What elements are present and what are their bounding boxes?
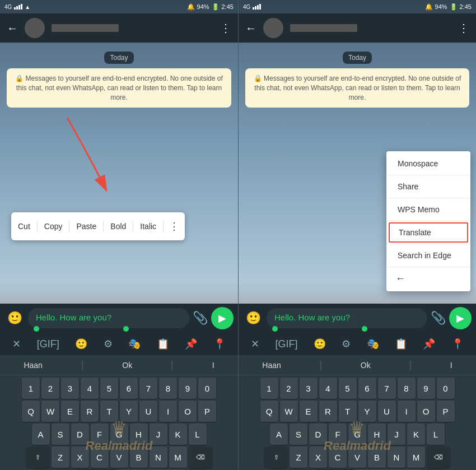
kb-location-icon[interactable]: 📍: [211, 336, 228, 352]
key-5[interactable]: 5: [100, 378, 118, 399]
kb-settings-icon[interactable]: ⚙: [101, 336, 115, 352]
key-l[interactable]: L: [189, 424, 207, 445]
key-3[interactable]: 3: [61, 378, 79, 399]
bar2: [16, 6, 18, 10]
send-button-left[interactable]: ▶: [211, 307, 234, 329]
key-p-r[interactable]: P: [437, 401, 455, 422]
key-8[interactable]: 8: [159, 378, 177, 399]
toolbar-more-button[interactable]: ⋮: [164, 217, 185, 236]
key-shift[interactable]: ⇧: [26, 446, 50, 468]
suggestion-haan-right[interactable]: Haan: [253, 359, 290, 372]
key-p[interactable]: P: [198, 401, 216, 422]
key-w[interactable]: W: [41, 401, 59, 422]
battery-indicator: 🔋: [212, 3, 220, 11]
kb-location-right[interactable]: 📍: [449, 336, 466, 352]
more-button-right[interactable]: ⋮: [458, 21, 469, 35]
key-2[interactable]: 2: [41, 378, 59, 399]
key-a[interactable]: A: [32, 424, 50, 445]
key-4-r[interactable]: 4: [319, 378, 337, 399]
key-0-r[interactable]: 0: [437, 378, 455, 399]
key-i[interactable]: I: [159, 401, 177, 422]
key-s[interactable]: S: [52, 424, 69, 445]
emoji-button-right[interactable]: 🙂: [243, 308, 263, 328]
key-e-r[interactable]: E: [300, 401, 318, 422]
key-m-r[interactable]: M: [407, 446, 425, 468]
key-s-r[interactable]: S: [290, 424, 307, 445]
kb-gif-icon[interactable]: [GIF]: [35, 336, 62, 352]
back-button-left[interactable]: ←: [7, 22, 18, 35]
kb-sticker-right[interactable]: 🙂: [311, 336, 328, 352]
kb-close-right[interactable]: ✕: [249, 336, 262, 352]
context-item-share[interactable]: Share: [386, 176, 470, 197]
context-item-search-edge[interactable]: Search in Edge: [386, 245, 470, 266]
contact-avatar-right: [263, 18, 283, 38]
cut-button[interactable]: Cut: [11, 218, 37, 234]
send-button-right[interactable]: ▶: [449, 307, 472, 329]
suggestion-i[interactable]: I: [203, 359, 223, 372]
key-7[interactable]: 7: [139, 378, 157, 399]
key-o-r[interactable]: O: [417, 401, 435, 422]
suggestion-ok-right[interactable]: Ok: [352, 359, 380, 372]
key-0[interactable]: 0: [198, 378, 216, 399]
copy-button[interactable]: Copy: [38, 218, 69, 234]
suggestion-ok[interactable]: Ok: [113, 359, 141, 372]
key-8-r[interactable]: 8: [398, 378, 416, 399]
context-item-translate[interactable]: Translate: [389, 222, 468, 243]
kb-emoji2-right[interactable]: 🎭: [365, 336, 381, 352]
kb-sticker-icon[interactable]: 🙂: [73, 336, 90, 352]
encryption-message-left[interactable]: 🔒 Messages to yourself are end-to-end en…: [7, 68, 231, 108]
key-z-r[interactable]: Z: [290, 446, 307, 468]
bold-button[interactable]: Bold: [104, 218, 133, 234]
attach-button-left[interactable]: 📎: [193, 311, 208, 325]
emoji-button-left[interactable]: 🙂: [4, 308, 25, 328]
key-6[interactable]: 6: [120, 378, 138, 399]
suggestion-row-left: Haan | Ok | I: [0, 355, 238, 375]
context-item-wpsmemo[interactable]: WPS Memo: [386, 199, 470, 220]
key-4[interactable]: 4: [81, 378, 99, 399]
key-3-r[interactable]: 3: [300, 378, 318, 399]
key-backspace-r[interactable]: ⌫: [427, 446, 450, 468]
key-9[interactable]: 9: [179, 378, 197, 399]
key-m[interactable]: M: [169, 446, 187, 468]
key-9-r[interactable]: 9: [417, 378, 435, 399]
key-1[interactable]: 1: [22, 378, 40, 399]
paste-button[interactable]: Paste: [69, 218, 103, 234]
key-z[interactable]: Z: [52, 446, 69, 468]
key-6-r[interactable]: 6: [358, 378, 376, 399]
italic-button[interactable]: Italic: [133, 218, 163, 234]
back-button-right[interactable]: ←: [245, 22, 256, 35]
message-input-left[interactable]: Hello. How are you?: [28, 308, 189, 328]
key-e[interactable]: E: [61, 401, 79, 422]
kb-settings-right[interactable]: ⚙: [339, 336, 353, 352]
suggestion-i-right[interactable]: I: [441, 359, 461, 372]
encryption-message-right[interactable]: 🔒 Messages to yourself are end-to-end en…: [245, 68, 469, 108]
kb-pin-right[interactable]: 📌: [421, 336, 437, 352]
kb-clipboard-right[interactable]: 📋: [393, 336, 409, 352]
message-input-right[interactable]: Hello. How are you?: [267, 308, 427, 328]
kb-gif-right[interactable]: [GIF]: [273, 336, 300, 352]
key-1-r[interactable]: 1: [260, 378, 278, 399]
key-backspace[interactable]: ⌫: [189, 446, 212, 468]
kb-clipboard-icon[interactable]: 📋: [155, 336, 171, 352]
context-item-monospace[interactable]: Monospace: [386, 153, 470, 174]
suggestion-haan[interactable]: Haan: [15, 359, 51, 372]
key-5-r[interactable]: 5: [339, 378, 357, 399]
kb-pin-icon[interactable]: 📌: [183, 336, 199, 352]
key-2-r[interactable]: 2: [280, 378, 298, 399]
attach-button-right[interactable]: 📎: [431, 311, 446, 325]
key-shift-r[interactable]: ⇧: [264, 446, 288, 468]
kb-close-icon[interactable]: ✕: [10, 336, 23, 352]
more-button-left[interactable]: ⋮: [220, 21, 231, 35]
key-o[interactable]: O: [179, 401, 197, 422]
key-w-r[interactable]: W: [280, 401, 298, 422]
key-q-r[interactable]: Q: [260, 401, 278, 422]
key-k[interactable]: K: [169, 424, 187, 445]
key-q[interactable]: Q: [22, 401, 40, 422]
key-7-r[interactable]: 7: [378, 378, 396, 399]
key-i-r[interactable]: I: [398, 401, 416, 422]
key-a-r[interactable]: A: [270, 424, 288, 445]
kb-emoji2-icon[interactable]: 🎭: [126, 336, 143, 352]
key-l-r[interactable]: L: [427, 424, 445, 445]
context-back-button[interactable]: ←: [386, 268, 470, 289]
key-k-r[interactable]: K: [407, 424, 425, 445]
